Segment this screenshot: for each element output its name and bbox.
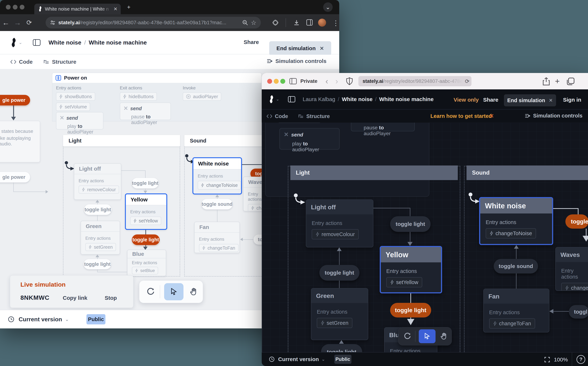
breadcrumb-owner[interactable]: Laura Kalbag bbox=[302, 96, 335, 102]
reset-simulation-icon[interactable] bbox=[147, 288, 155, 296]
transition-toggle-light[interactable]: toggle light bbox=[319, 265, 360, 281]
select-tool-button-active[interactable] bbox=[164, 283, 183, 300]
bookmark-star-icon[interactable]: ☆ bbox=[251, 19, 256, 26]
browser-tab[interactable]: White noise machine | White n ✕ bbox=[34, 4, 121, 14]
window-minimize-button[interactable] bbox=[274, 79, 279, 84]
logo-chevron-icon[interactable]: ⌄ bbox=[276, 97, 279, 102]
window-minimize-button[interactable] bbox=[13, 5, 17, 9]
current-version-dropdown[interactable]: Current version bbox=[19, 316, 62, 323]
sidebar-icon[interactable] bbox=[289, 78, 297, 84]
profile-avatar[interactable] bbox=[318, 19, 326, 27]
window-zoom-button[interactable] bbox=[20, 5, 24, 9]
simulation-controls-button[interactable]: Simulation controls bbox=[267, 58, 326, 64]
extensions-icon[interactable] bbox=[272, 19, 279, 26]
nav-forward-icon[interactable]: › bbox=[335, 77, 338, 86]
help-button[interactable]: ? bbox=[577, 355, 585, 364]
tab-code[interactable]: Code bbox=[266, 113, 288, 119]
region-light-header[interactable]: Light bbox=[290, 166, 458, 180]
state-waves[interactable]: Waves Entry actions change bbox=[555, 247, 588, 291]
tab-search-button[interactable]: ⌄ bbox=[323, 2, 333, 12]
back-icon[interactable]: ← bbox=[0, 19, 12, 27]
end-simulation-button[interactable]: End simulation bbox=[507, 97, 545, 103]
learn-dismiss-icon[interactable]: ✕ bbox=[489, 113, 494, 119]
transition-toggle-light[interactable]: toggle light bbox=[132, 178, 158, 189]
reload-icon[interactable]: ⟳ bbox=[465, 78, 469, 84]
end-simulation-close-icon[interactable]: ✕ bbox=[549, 98, 553, 103]
share-button[interactable]: Share bbox=[483, 97, 498, 103]
state-note-fragment[interactable]: states because ike autoplaying audio. bbox=[0, 121, 40, 162]
state-blue[interactable]: Blue Entry actions setBlue bbox=[127, 250, 166, 276]
state-white-noise-selected[interactable]: White noise Entry actions changeToNoise bbox=[479, 197, 553, 245]
side-panel-icon[interactable] bbox=[306, 19, 313, 26]
end-simulation-close-icon[interactable]: ✕ bbox=[320, 46, 324, 52]
current-version-dropdown[interactable]: Current version bbox=[278, 356, 319, 362]
breadcrumb-project[interactable]: White noise bbox=[48, 39, 81, 46]
version-chevron-icon[interactable]: ⌄ bbox=[321, 357, 325, 362]
safari-address-bar[interactable]: stately.ai/registry/editor/98294807-aabc… bbox=[358, 76, 471, 86]
zoom-level[interactable]: 100% bbox=[554, 357, 568, 363]
transition-toggle-light[interactable]: toggle light bbox=[321, 344, 362, 352]
tab-structure[interactable]: Structure bbox=[298, 113, 330, 119]
state-power-on[interactable]: Power on Entry actions showButtons setVo… bbox=[52, 73, 262, 122]
tab-structure[interactable]: Structure bbox=[44, 59, 76, 65]
state-light-off[interactable]: Light off Entry actions removeColour bbox=[306, 199, 373, 247]
region-light-header[interactable]: Light bbox=[63, 135, 180, 146]
state-light-off[interactable]: Light off Entry actions removeColour bbox=[74, 163, 121, 200]
window-close-button[interactable] bbox=[267, 79, 272, 84]
stop-button[interactable]: Stop bbox=[105, 295, 117, 301]
zoom-page-icon[interactable] bbox=[242, 20, 248, 26]
privacy-shield-icon[interactable] bbox=[346, 77, 353, 85]
logo-chevron-icon[interactable]: ⌄ bbox=[19, 40, 22, 45]
state-fan[interactable]: Fan Entry actions changeToFan bbox=[194, 222, 240, 253]
kebab-menu-icon[interactable]: ⋮ bbox=[332, 19, 339, 27]
transition-toggle-light-active[interactable]: toggle light bbox=[132, 235, 160, 245]
tab-close-icon[interactable]: ✕ bbox=[113, 6, 117, 12]
machine-canvas-dark[interactable]: ✕send play to audioPlayer pause to audio… bbox=[262, 123, 588, 352]
panel-toggle-icon[interactable] bbox=[33, 39, 40, 46]
learn-link[interactable]: Learn how to get started bbox=[430, 113, 492, 119]
transition-toggle-sound[interactable]: toggle sound bbox=[202, 199, 233, 209]
transition-toggle-light-active[interactable]: toggle light bbox=[390, 303, 431, 318]
state-yellow-selected[interactable]: Yellow Entry actions setYellow bbox=[380, 246, 442, 293]
transition-toggle-power[interactable]: gle power bbox=[0, 172, 30, 183]
forward-icon[interactable]: → bbox=[12, 19, 23, 27]
transition-toggle-light[interactable]: toggle light bbox=[390, 216, 431, 232]
end-simulation-button[interactable]: End simulation bbox=[277, 45, 316, 52]
transition-toggle-sound-active[interactable]: toggle bbox=[565, 214, 588, 229]
copy-link-button[interactable]: Copy link bbox=[63, 295, 87, 301]
stately-logo-icon[interactable] bbox=[268, 95, 274, 103]
state-green[interactable]: Green Entry actions setGreen bbox=[81, 221, 120, 254]
state-green[interactable]: Green Entry actions setGreen bbox=[311, 288, 368, 340]
share-icon[interactable] bbox=[543, 77, 550, 85]
nav-back-icon[interactable]: ‹ bbox=[325, 77, 328, 86]
breadcrumb-project[interactable]: White noise bbox=[342, 96, 372, 102]
sign-in-button[interactable]: Sign in bbox=[563, 97, 581, 103]
download-icon[interactable] bbox=[293, 19, 300, 26]
pan-hand-icon[interactable] bbox=[190, 288, 198, 296]
new-tab-button[interactable]: + bbox=[124, 2, 134, 12]
version-chevron-icon[interactable]: ⌄ bbox=[65, 317, 69, 322]
transition-toggle-sound[interactable]: toggle sound bbox=[494, 259, 538, 274]
share-button[interactable]: Share bbox=[244, 39, 259, 45]
pan-hand-icon[interactable] bbox=[440, 332, 448, 340]
tab-overview-icon[interactable] bbox=[567, 77, 575, 85]
window-close-button[interactable] bbox=[6, 5, 11, 9]
transition-toggle-power[interactable]: gle power bbox=[0, 95, 30, 106]
transition-toggle-sound[interactable]: toggl bbox=[569, 305, 588, 319]
transition-toggle-light[interactable]: toggle light bbox=[84, 204, 112, 215]
state-yellow-selected[interactable]: Yellow Entry actions setYellow bbox=[125, 193, 167, 230]
state-white-noise-selected[interactable]: White noise Entry actions changeToNoise bbox=[192, 157, 242, 194]
tab-code[interactable]: Code bbox=[10, 59, 33, 65]
panel-toggle-icon[interactable] bbox=[288, 96, 295, 102]
transition-toggle-light[interactable]: toggle light bbox=[84, 259, 111, 269]
region-sound-header[interactable]: Sound bbox=[467, 166, 588, 180]
simulation-controls-button[interactable]: Simulation controls bbox=[525, 113, 582, 119]
select-tool-button-active[interactable] bbox=[419, 329, 436, 343]
reload-icon[interactable]: ⟳ bbox=[23, 19, 35, 26]
address-bar[interactable]: stately.ai/registry/editor/98294807-aabc… bbox=[45, 17, 261, 29]
state-fan[interactable]: Fan Entry actions changeToFan bbox=[483, 289, 549, 332]
stately-logo-icon[interactable] bbox=[9, 38, 17, 47]
new-tab-icon[interactable]: + bbox=[555, 77, 560, 86]
fullscreen-icon[interactable] bbox=[544, 357, 550, 363]
reset-simulation-icon[interactable] bbox=[404, 333, 411, 340]
